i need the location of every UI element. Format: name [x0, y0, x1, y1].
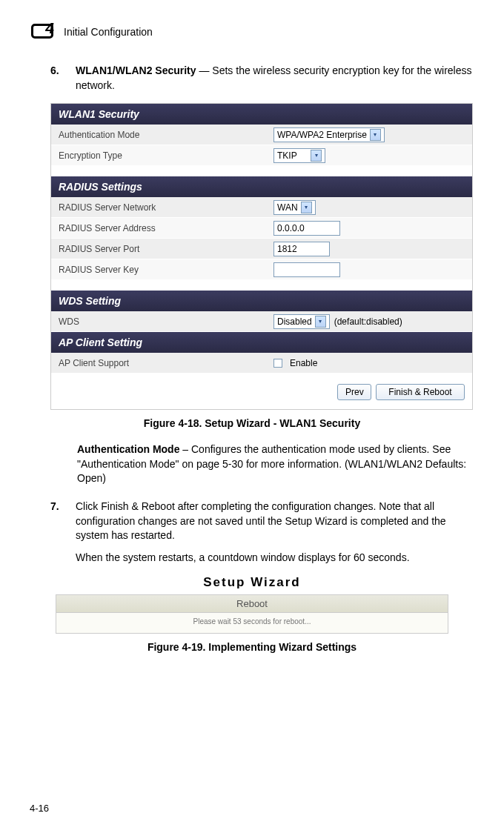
chevron-down-icon: ▾	[311, 150, 322, 162]
step-7-number: 7.	[50, 500, 65, 565]
auth-mode-para-title: Authentication Mode	[77, 443, 179, 455]
radius-network-select[interactable]: WAN ▾	[273, 200, 316, 215]
chapter-title: Initial Configuration	[64, 26, 153, 38]
chevron-down-icon: ▾	[315, 316, 326, 328]
section-apclient-setting: AP Client Setting	[51, 332, 472, 353]
wds-default-text: (default:disabled)	[334, 316, 402, 327]
figure-4-19-screenshot: Setup Wizard Reboot Please wait 53 secon…	[56, 575, 448, 634]
row-radius-address: RADIUS Server Address 0.0.0.0	[51, 218, 472, 239]
page-number: 4-16	[30, 803, 49, 814]
radius-port-label: RADIUS Server Port	[51, 244, 273, 254]
figure-4-18-screenshot: WLAN1 Security Authentication Mode WPA/W…	[50, 103, 473, 410]
step-7: 7. Click Finish & Reboot after completin…	[50, 500, 474, 565]
row-wds: WDS Disabled ▾ (default:disabled)	[51, 311, 472, 332]
radius-network-value: WAN	[277, 202, 298, 213]
section-radius-settings: RADIUS Settings	[51, 176, 472, 197]
radius-key-input[interactable]	[273, 262, 340, 277]
wds-label: WDS	[51, 316, 273, 327]
apclient-enable-checkbox[interactable]	[273, 359, 282, 368]
row-auth-mode: Authentication Mode WPA/WPA2 Enterprise …	[51, 125, 472, 145]
radius-key-label: RADIUS Server Key	[51, 265, 273, 275]
chevron-down-icon: ▾	[370, 129, 381, 141]
enc-type-value: TKIP	[277, 150, 297, 161]
row-radius-network: RADIUS Server Network WAN ▾	[51, 197, 472, 218]
enc-type-label: Encryption Type	[51, 150, 273, 161]
chapter-number: 4	[45, 19, 54, 37]
step-7-body1: Click Finish & Reboot after completing t…	[76, 500, 474, 543]
radius-address-input[interactable]: 0.0.0.0	[273, 221, 340, 236]
button-bar: Prev Finish & Reboot	[51, 374, 472, 409]
radius-address-label: RADIUS Server Address	[51, 223, 273, 233]
wds-value: Disabled	[277, 316, 312, 327]
apclient-label: AP Client Support	[51, 358, 273, 368]
section-wds-setting: WDS Setting	[51, 291, 472, 311]
step-6-title: WLAN1/WLAN2 Security	[76, 64, 196, 76]
row-apclient: AP Client Support Enable	[51, 353, 472, 374]
setup-wizard-title: Setup Wizard	[56, 575, 448, 590]
wds-select[interactable]: Disabled ▾	[273, 314, 330, 329]
enc-type-select[interactable]: TKIP ▾	[273, 148, 325, 163]
auth-mode-label: Authentication Mode	[51, 130, 273, 140]
section-wlan1-security: WLAN1 Security	[51, 104, 472, 125]
figure-4-18-caption: Figure 4-18. Setup Wizard - WLAN1 Securi…	[30, 417, 474, 429]
row-enc-type: Encryption Type TKIP ▾	[51, 145, 472, 166]
reboot-wait-message: Please wait 53 seconds for reboot...	[56, 612, 448, 634]
row-radius-port: RADIUS Server Port 1812	[51, 239, 472, 259]
step-6-number: 6.	[50, 64, 65, 93]
step-6: 6. WLAN1/WLAN2 Security — Sets the wirel…	[50, 64, 474, 93]
reboot-tab: Reboot	[56, 594, 448, 612]
radius-network-label: RADIUS Server Network	[51, 202, 273, 213]
apclient-enable-label: Enable	[290, 358, 317, 368]
figure-4-19-caption: Figure 4-19. Implementing Wizard Setting…	[30, 641, 474, 653]
prev-button[interactable]: Prev	[337, 384, 371, 400]
auth-mode-select[interactable]: WPA/WPA2 Enterprise ▾	[273, 127, 385, 142]
chevron-down-icon: ▾	[301, 202, 312, 213]
auth-mode-value: WPA/WPA2 Enterprise	[277, 130, 367, 140]
chapter-badge: 4	[30, 22, 56, 42]
page-header: 4 Initial Configuration	[30, 22, 474, 42]
row-radius-key: RADIUS Server Key	[51, 259, 472, 280]
step-7-body2: When the system restarts, a countdown wi…	[76, 551, 474, 565]
finish-reboot-button[interactable]: Finish & Reboot	[376, 384, 465, 400]
radius-port-input[interactable]: 1812	[273, 242, 330, 256]
auth-mode-paragraph: Authentication Mode – Configures the aut…	[77, 442, 467, 486]
